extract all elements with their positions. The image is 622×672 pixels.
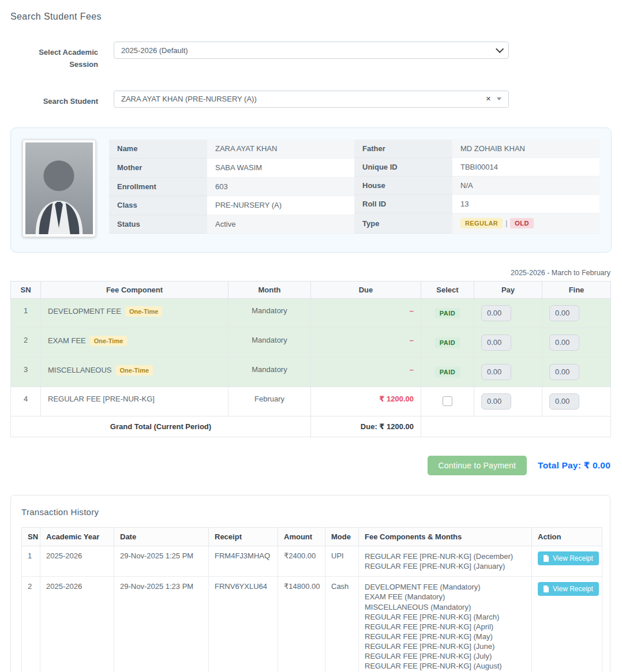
fee-component-name: EXAM FEE bbox=[48, 336, 86, 345]
fine-input[interactable] bbox=[549, 364, 579, 380]
student-avatar bbox=[25, 142, 93, 234]
student-photo-image bbox=[25, 142, 93, 234]
component-line: REGULAR FEE [PRE-NUR-KG] (April) bbox=[365, 622, 526, 632]
txn-year: 2025-2026 bbox=[40, 546, 114, 576]
info-value: SABA WASIM bbox=[207, 158, 354, 177]
txn-action: View Receipt bbox=[532, 577, 602, 672]
fee-due: – bbox=[311, 298, 421, 328]
fee-month: Mandatory bbox=[228, 298, 311, 328]
one-time-badge: One-Time bbox=[125, 306, 163, 317]
component-line: MISCELLANEOUS (Mandatory) bbox=[365, 602, 526, 612]
fine-input[interactable] bbox=[549, 335, 579, 351]
fee-table: SN Fee Component Month Due Select Pay Fi… bbox=[10, 281, 611, 437]
view-receipt-label: View Receipt bbox=[553, 554, 593, 562]
fee-due: ₹ 1200.00 bbox=[311, 386, 421, 416]
continue-to-payment-button[interactable]: Continue to Payment bbox=[428, 456, 527, 475]
session-label: Select Academic Session bbox=[10, 42, 98, 71]
student-info-tables: Name ZARA AYAT KHAN Mother SABA WASIM En… bbox=[109, 140, 599, 234]
view-receipt-button[interactable]: View Receipt bbox=[538, 582, 599, 596]
info-label: Type bbox=[354, 213, 452, 234]
txn-mode: Cash bbox=[325, 577, 359, 672]
info-row-roll-id: Roll ID 13 bbox=[354, 195, 599, 213]
academic-session-select[interactable]: 2025-2026 (Default) bbox=[114, 42, 509, 59]
pay-input[interactable] bbox=[481, 335, 511, 351]
student-info-right: Father MD ZOHAIB KHAN Unique ID TBBI0001… bbox=[354, 140, 599, 234]
fee-select-cell: PAID bbox=[421, 357, 474, 386]
student-search-value: ZARA AYAT KHAN (PRE-NURSERY (A)) bbox=[121, 95, 481, 103]
fee-component-cell: MISCELLANEOUSOne-Time bbox=[41, 357, 228, 386]
transaction-history-title: Transaction History bbox=[21, 507, 599, 517]
due-dash: – bbox=[410, 306, 414, 315]
txn-date: 29-Nov-2025 1:25 PM bbox=[114, 546, 209, 576]
info-label: Class bbox=[109, 196, 207, 215]
fee-pay-cell bbox=[474, 298, 542, 328]
fee-col-sn: SN bbox=[11, 281, 41, 298]
info-label: Status bbox=[109, 215, 207, 234]
info-label: Roll ID bbox=[354, 195, 452, 213]
fee-component-cell: REGULAR FEE [PRE-NUR-KG] bbox=[41, 386, 228, 416]
fee-fine-cell bbox=[542, 328, 611, 357]
page-title: Search Student Fees bbox=[10, 12, 612, 22]
student-info-card: Name ZARA AYAT KHAN Mother SABA WASIM En… bbox=[10, 127, 612, 253]
txn-mode: UPI bbox=[325, 546, 359, 576]
info-label: Mother bbox=[109, 158, 207, 177]
txn-components: DEVELOPMENT FEE (Mandatory) EXAM FEE (Ma… bbox=[359, 577, 532, 672]
dropdown-caret-icon bbox=[497, 97, 501, 100]
type-badge-regular: REGULAR bbox=[460, 218, 503, 228]
txn-col-date: Date bbox=[114, 527, 209, 546]
fee-fine-cell bbox=[542, 298, 611, 328]
info-row-class: Class PRE-NURSERY (A) bbox=[109, 196, 354, 215]
info-row-unique-id: Unique ID TBBI00014 bbox=[354, 158, 599, 177]
fine-input[interactable] bbox=[549, 393, 579, 410]
txn-amount: ₹14800.00 bbox=[278, 577, 325, 672]
search-form: Select Academic Session 2025-2026 (Defau… bbox=[10, 42, 612, 108]
view-receipt-label: View Receipt bbox=[553, 585, 593, 593]
txn-col-year: Academic Year bbox=[40, 527, 114, 546]
pay-input[interactable] bbox=[481, 305, 511, 321]
fee-component-name: REGULAR FEE [PRE-NUR-KG] bbox=[48, 395, 155, 403]
clear-selection-icon[interactable]: ✕ bbox=[486, 95, 491, 103]
fine-input[interactable] bbox=[549, 305, 579, 321]
pay-input[interactable] bbox=[481, 364, 511, 380]
fee-month: Mandatory bbox=[228, 328, 311, 357]
info-label: House bbox=[354, 177, 452, 195]
fee-sn: 4 bbox=[11, 386, 41, 416]
component-line: REGULAR FEE [PRE-NUR-KG] (June) bbox=[365, 641, 526, 651]
info-value: 603 bbox=[207, 177, 354, 196]
total-pay-amount: Total Pay: ₹ 0.00 bbox=[538, 460, 610, 471]
student-info-left: Name ZARA AYAT KHAN Mother SABA WASIM En… bbox=[109, 140, 354, 234]
fee-pay-cell bbox=[474, 357, 542, 386]
component-line: REGULAR FEE [PRE-NUR-KG] (July) bbox=[365, 651, 526, 661]
info-label: Unique ID bbox=[354, 158, 452, 177]
component-line: DEVELOPMENT FEE (Mandatory) bbox=[365, 582, 526, 592]
fee-row: 2 EXAM FEEOne-Time Mandatory – PAID bbox=[11, 328, 611, 357]
pay-input[interactable] bbox=[481, 393, 511, 410]
info-row-type: Type REGULAR|OLD bbox=[354, 213, 599, 234]
student-search-select[interactable]: ZARA AYAT KHAN (PRE-NURSERY (A)) ✕ bbox=[114, 91, 509, 108]
info-value: Active bbox=[207, 215, 354, 234]
type-badge-old: OLD bbox=[510, 218, 533, 228]
info-label: Father bbox=[354, 140, 452, 158]
info-value: MD ZOHAIB KHAN bbox=[452, 140, 599, 158]
info-value: 13 bbox=[452, 195, 599, 213]
fee-component-cell: DEVELOPMENT FEEOne-Time bbox=[41, 298, 228, 328]
paid-badge: PAID bbox=[435, 308, 460, 318]
info-row-enrollment: Enrollment 603 bbox=[109, 177, 354, 196]
view-receipt-button[interactable]: View Receipt bbox=[538, 551, 599, 565]
chevron-down-icon bbox=[496, 45, 504, 53]
info-value: N/A bbox=[452, 177, 599, 195]
txn-col-mode: Mode bbox=[325, 527, 359, 546]
component-line: REGULAR FEE [PRE-NUR-KG] (May) bbox=[365, 632, 526, 641]
fee-row-select-checkbox[interactable] bbox=[443, 396, 452, 406]
txn-amount: ₹2400.00 bbox=[278, 546, 325, 576]
one-time-badge: One-Time bbox=[116, 365, 153, 376]
type-badge-separator: | bbox=[505, 219, 507, 227]
txn-col-action: Action bbox=[532, 527, 602, 546]
fee-pay-cell bbox=[474, 328, 542, 357]
info-value: TBBI00014 bbox=[452, 158, 599, 177]
fee-col-fine: Fine bbox=[542, 281, 611, 298]
component-line: REGULAR FEE [PRE-NUR-KG] (March) bbox=[365, 612, 526, 622]
fee-fine-cell bbox=[542, 357, 611, 386]
info-row-mother: Mother SABA WASIM bbox=[109, 158, 354, 177]
fee-sn: 3 bbox=[11, 357, 41, 386]
